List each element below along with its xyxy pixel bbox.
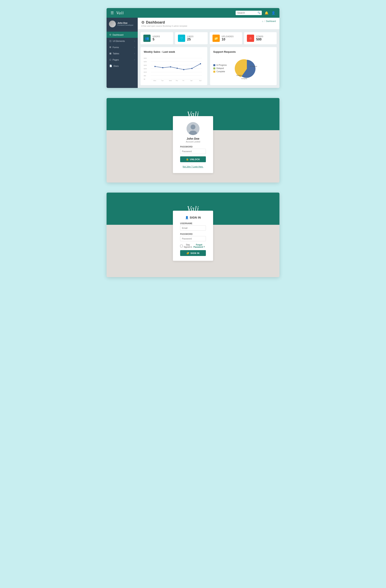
line-chart-svg: $300 $250 $200 $150 $100 $50 $0 xyxy=(144,56,204,82)
chevron-right-icon: › xyxy=(134,53,135,55)
svg-text:$150: $150 xyxy=(144,68,147,69)
stat-value: 10 xyxy=(222,38,234,41)
dashboard-body: John Doe Frontend Developer ⊙ Dashboard … xyxy=(107,18,279,88)
svg-text:Sat: Sat xyxy=(190,80,193,81)
signin-options-row: Stay Signed in Forgot Password ? xyxy=(180,244,206,248)
breadcrumb-current[interactable]: Dashboard xyxy=(266,20,276,22)
sidebar-item-left: ▦ Tables xyxy=(109,52,119,55)
stat-value: 25 xyxy=(187,38,193,41)
signin-icon: 🔐 xyxy=(187,252,190,254)
svg-text:Fri: Fri xyxy=(183,80,184,81)
svg-point-20 xyxy=(200,63,201,64)
legend-item-complete: Complete xyxy=(213,70,227,73)
pie-chart-svg: In Progress Delayed Complete xyxy=(231,56,261,82)
svg-point-32 xyxy=(191,125,195,129)
sidebar: John Doe Frontend Developer ⊙ Dashboard … xyxy=(107,18,138,88)
stars-stat-icon: ☆ xyxy=(247,35,254,42)
svg-point-14 xyxy=(154,66,155,67)
sidebar-nav: ⊙ Dashboard ◫ UI Elements › ⊞ Forms xyxy=(107,30,138,69)
lock-screen-bottom: John Doe Account Locked PASSWORD 🔓 UNLOC… xyxy=(107,130,279,183)
stat-card-likes: ♡ LIKES 25 xyxy=(175,32,208,44)
chevron-right-icon: › xyxy=(134,59,135,61)
docs-icon: 📄 xyxy=(109,64,112,67)
svg-point-19 xyxy=(191,68,193,69)
sidebar-item-docs[interactable]: 📄 Docs xyxy=(107,63,138,69)
svg-text:$0: $0 xyxy=(144,79,145,80)
weekly-sales-chart: Weekly Sales - Last week $3 xyxy=(140,47,207,85)
stat-card-users: 👥 USERS 5 xyxy=(140,32,173,44)
charts-row: Weekly Sales - Last week $3 xyxy=(138,44,279,88)
forms-icon: ⊞ xyxy=(109,46,111,48)
menu-toggle-button[interactable]: ☰ xyxy=(111,11,114,15)
content-header: ⊙ Dashboard A free and open source Boots… xyxy=(138,18,279,29)
stat-value: 5 xyxy=(153,38,160,41)
stay-signed-label[interactable]: Stay Signed in xyxy=(180,244,193,248)
stat-value: 500 xyxy=(256,38,263,41)
unlock-button[interactable]: 🔓 UNLOCK xyxy=(180,156,206,162)
sidebar-item-label: Pages xyxy=(113,59,119,61)
sidebar-item-label: Docs xyxy=(114,65,119,67)
user-icon[interactable]: 👤 xyxy=(271,11,275,15)
legend-label-in-progress: In Progress xyxy=(216,64,227,66)
users-stat-icon: 👥 xyxy=(143,35,151,42)
email-input[interactable] xyxy=(180,225,206,231)
sidebar-item-left: ◻ Pages xyxy=(109,58,119,61)
stay-signed-checkbox[interactable] xyxy=(180,245,183,247)
pages-icon: ◻ xyxy=(109,58,111,61)
not-john-link[interactable]: Not John ? Login Here. xyxy=(183,166,203,168)
signin-card: 👤 SIGN IN USERNAME PASSWORD Stay Signed … xyxy=(173,211,213,261)
chart-title: Weekly Sales - Last week xyxy=(144,50,204,53)
stat-info: STARS 500 xyxy=(256,35,263,41)
legend-dot-complete xyxy=(213,71,215,73)
signin-title: 👤 SIGN IN xyxy=(180,216,206,219)
dashboard-heading-icon: ⊙ xyxy=(141,20,144,24)
svg-point-18 xyxy=(183,69,184,70)
sidebar-item-ui-elements[interactable]: ◫ UI Elements › xyxy=(107,38,138,44)
forgot-password-link[interactable]: Forgot Password ? xyxy=(193,244,206,248)
stat-card-stars: ☆ STARS 500 xyxy=(244,32,277,44)
likes-stat-icon: ♡ xyxy=(178,35,185,42)
sidebar-item-label: Forms xyxy=(113,46,119,48)
sidebar-item-left: ⊞ Forms xyxy=(109,46,119,48)
uploads-stat-icon: 📁 xyxy=(212,35,220,42)
signin-button[interactable]: 🔐 SIGN IN xyxy=(180,250,206,256)
search-wrapper: 🔍 xyxy=(236,11,262,15)
svg-text:Tue: Tue xyxy=(161,80,164,81)
content-header-left: ⊙ Dashboard A free and open source Boots… xyxy=(141,20,187,27)
avatar xyxy=(109,21,116,27)
lock-user-name: John Doe xyxy=(180,137,206,140)
svg-text:Delayed: Delayed xyxy=(236,75,242,76)
tables-icon: ▦ xyxy=(109,52,111,55)
avatar-svg xyxy=(187,122,199,135)
sidebar-item-label: UI Elements xyxy=(113,40,125,42)
topnav: ☰ Vali 🔍 🔔 👤 xyxy=(107,8,279,18)
pie-chart-area: In Progress Delayed Complete xyxy=(213,56,274,82)
stat-label: UPLOADES xyxy=(222,35,234,38)
stat-label: LIKES xyxy=(187,35,193,38)
signin-password-input[interactable] xyxy=(180,236,206,241)
svg-text:$250: $250 xyxy=(144,61,147,62)
svg-text:Mon: Mon xyxy=(154,80,156,81)
dashboard-panel: ☰ Vali 🔍 🔔 👤 John Doe Frontend Developer xyxy=(107,8,279,88)
svg-text:Wed: Wed xyxy=(169,80,172,81)
sidebar-item-left: ◫ UI Elements xyxy=(109,40,125,42)
ui-elements-icon: ◫ xyxy=(109,40,111,42)
svg-point-17 xyxy=(176,68,178,69)
page-subtitle: A free and open source Bootstrap 5 admin… xyxy=(141,25,187,27)
sidebar-item-pages[interactable]: ◻ Pages › xyxy=(107,57,138,63)
sidebar-item-forms[interactable]: ⊞ Forms › xyxy=(107,44,138,50)
sidebar-item-left: ⊙ Dashboard xyxy=(109,33,123,36)
sidebar-item-dashboard[interactable]: ⊙ Dashboard xyxy=(107,32,138,38)
sidebar-user-role: Frontend Developer xyxy=(117,24,134,26)
page-title: ⊙ Dashboard xyxy=(141,20,187,24)
stat-label: STARS xyxy=(256,35,263,38)
legend-item-delayed: Delayed xyxy=(213,67,227,69)
lock-screen-panel: Vali John Doe Account Locked PASSWORD 🔓 … xyxy=(107,98,279,183)
bell-icon[interactable]: 🔔 xyxy=(265,11,269,15)
pie-legend: In Progress Delayed Complete xyxy=(213,64,227,74)
sidebar-item-tables[interactable]: ▦ Tables › xyxy=(107,50,138,57)
lock-password-input[interactable] xyxy=(180,149,206,154)
sign-in-panel: Vali 👤 SIGN IN USERNAME PASSWORD Stay Si… xyxy=(107,192,279,277)
sidebar-item-label: Tables xyxy=(113,52,119,55)
topnav-right: 🔍 🔔 👤 xyxy=(236,11,275,15)
